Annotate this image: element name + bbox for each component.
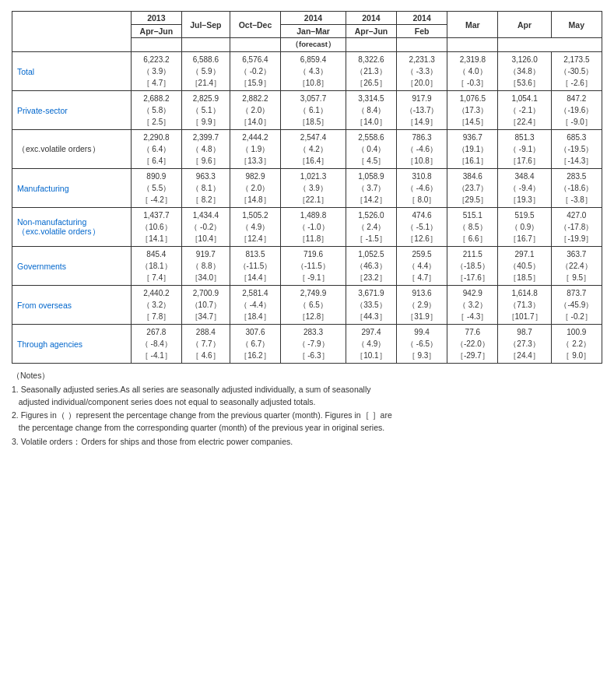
- data-cell-6-5: 913.6（ 2.9）［31.9］: [396, 286, 447, 325]
- note1: 1. Seasonally adjusted series.As all ser…: [12, 384, 602, 409]
- notes-header: （Notes）: [12, 370, 602, 382]
- header-empty: [12, 12, 132, 52]
- data-cell-6-6: 942.9（ 3.2）［ -4.3］: [447, 286, 498, 325]
- data-cell-1-3: 3,057.7（ 6.1）［18.5］: [281, 91, 346, 130]
- data-cell-3-7: 348.4（ -9.4）［19.3］: [498, 169, 551, 208]
- data-cell-2-8: 685.3（-19.5）［-14.3］: [551, 130, 602, 169]
- data-cell-0-7: 3,126.0（34.8）［53.6］: [498, 52, 551, 91]
- data-cell-3-8: 283.5（-18.6）［ -3.8］: [551, 169, 602, 208]
- row-label-2: （exc.volatile orders）: [12, 130, 132, 169]
- data-cell-7-5: 99.4（ -6.5）［ 9.3］: [396, 325, 447, 364]
- data-cell-5-7: 297.1（40.5）［18.5］: [498, 247, 551, 286]
- data-cell-0-8: 2,173.5（-30.5）［ -2.6］: [551, 52, 602, 91]
- data-cell-7-4: 297.4（ 4.9）［10.1］: [346, 325, 396, 364]
- data-cell-1-6: 1,076.5（17.3）［14.5］: [447, 91, 498, 130]
- header-empty6: [396, 38, 447, 52]
- header-jul-sep: Jul–Sep: [181, 12, 230, 38]
- header-empty7: [447, 38, 498, 52]
- data-cell-7-6: 77.6（-22.0）［-29.7］: [447, 325, 498, 364]
- data-cell-7-8: 100.9（ 2.2）［ 9.0］: [551, 325, 602, 364]
- data-cell-3-0: 890.9（ 5.5）［ -4.2］: [131, 169, 181, 208]
- header-empty2: [131, 38, 181, 52]
- data-cell-5-0: 845.4（18.1）［ 7.4］: [131, 247, 181, 286]
- data-cell-2-4: 2,558.6（ 0.4）［ 4.5］: [346, 130, 396, 169]
- data-cell-3-6: 384.6（23.7）［29.5］: [447, 169, 498, 208]
- header-empty5: [346, 38, 396, 52]
- data-cell-1-5: 917.9（-13.7）［14.9］: [396, 91, 447, 130]
- data-cell-5-6: 211.5（-18.5）［-17.6］: [447, 247, 498, 286]
- row-label-4: Non-manufacturing（exc.volatile orders）: [12, 208, 132, 247]
- data-cell-4-4: 1,526.0（ 2.4）［ -1.5］: [346, 208, 396, 247]
- header-empty3: [181, 38, 230, 52]
- data-cell-3-4: 1,058.9（ 3.7）［14.2］: [346, 169, 396, 208]
- data-cell-4-8: 427.0（-17.8）［-19.9］: [551, 208, 602, 247]
- data-cell-5-4: 1,052.5（46.3）［23.2］: [346, 247, 396, 286]
- header-feb: Feb: [396, 25, 447, 38]
- data-cell-1-4: 3,314.5（ 8.4）［14.0］: [346, 91, 396, 130]
- data-cell-4-5: 474.6（ -5.1）［12.6］: [396, 208, 447, 247]
- header-apr: Apr: [498, 12, 551, 38]
- data-cell-4-6: 515.1（ 8.5）［ 6.6］: [447, 208, 498, 247]
- data-cell-5-1: 919.7（ 8.8）［34.0］: [181, 247, 230, 286]
- header-mar: Mar: [447, 12, 498, 38]
- data-cell-0-2: 6,576.4（ -0.2）［15.9］: [230, 52, 280, 91]
- data-cell-1-0: 2,688.2（ 5.8）［ 2.5］: [131, 91, 181, 130]
- row-label-1: Private-sector: [12, 91, 132, 130]
- data-cell-3-5: 310.8（ -4.6）［ 8.0］: [396, 169, 447, 208]
- data-cell-2-1: 2,399.7（ 4.8）［ 9.6］: [181, 130, 230, 169]
- data-cell-6-0: 2,440.2（ 3.2）［ 7.8］: [131, 286, 181, 325]
- header-may: May: [551, 12, 602, 38]
- data-cell-6-4: 3,671.9（33.5）［44.3］: [346, 286, 396, 325]
- notes-section: （Notes） 1. Seasonally adjusted series.As…: [12, 370, 602, 448]
- data-cell-3-2: 982.9（ 2.0）［14.8］: [230, 169, 280, 208]
- data-cell-4-2: 1,505.2（ 4.9）［12.4］: [230, 208, 280, 247]
- data-cell-2-6: 936.7（19.1）［16.1］: [447, 130, 498, 169]
- data-cell-6-8: 873.7（-45.9）［ -0.2］: [551, 286, 602, 325]
- header-year-2014b: 2014: [346, 12, 396, 25]
- data-cell-0-3: 6,859.4（ 4.3）［10.8］: [281, 52, 346, 91]
- data-cell-2-5: 786.3（ -4.6）［10.8］: [396, 130, 447, 169]
- data-cell-5-3: 719.6（-11.5）［ -9.1］: [281, 247, 346, 286]
- data-cell-2-0: 2,290.8（ 6.4）［ 6.4］: [131, 130, 181, 169]
- note3: 3. Volatile orders：Orders for ships and …: [12, 436, 602, 448]
- header-oct-dec: Oct–Dec: [230, 12, 280, 38]
- data-cell-4-3: 1,489.8（ -1.0）［11.8］: [281, 208, 346, 247]
- data-cell-3-1: 963.3（ 8.1）［ 8.2］: [181, 169, 230, 208]
- main-table: 2013 Jul–Sep Oct–Dec 2014 2014 2014 Mar …: [12, 11, 602, 364]
- data-cell-6-7: 1,614.8（71.3）［101.7］: [498, 286, 551, 325]
- data-cell-7-1: 288.4（ 7.7）［ 4.6］: [181, 325, 230, 364]
- data-cell-6-3: 2,749.9（ 6.5）［12.8］: [281, 286, 346, 325]
- data-cell-0-4: 8,322.6（21.3）［26.5］: [346, 52, 396, 91]
- data-cell-7-7: 98.7（27.3）［24.4］: [498, 325, 551, 364]
- data-cell-6-1: 2,700.9（10.7）［34.7］: [181, 286, 230, 325]
- data-cell-6-2: 2,581.4（ -4.4）［18.4］: [230, 286, 280, 325]
- header-year-2014a: 2014: [281, 12, 346, 25]
- data-cell-1-7: 1,054.1（ -2.1）［22.4］: [498, 91, 551, 130]
- header-year-2013: 2013: [131, 12, 181, 25]
- data-cell-2-3: 2,547.4（ 4.2）［16.4］: [281, 130, 346, 169]
- data-cell-1-8: 847.2（-19.6）［ -9.0］: [551, 91, 602, 130]
- header-year-2014c: 2014: [396, 12, 447, 25]
- header-forecast: （forecast）: [281, 38, 346, 52]
- data-cell-3-3: 1,021.3（ 3.9）［22.1］: [281, 169, 346, 208]
- data-cell-5-8: 363.7（22.4）［ 9.5］: [551, 247, 602, 286]
- data-cell-7-2: 307.6（ 6.7）［16.2］: [230, 325, 280, 364]
- row-label-6: From overseas: [12, 286, 132, 325]
- data-cell-7-0: 267.8（ -8.4）［ -4.1］: [131, 325, 181, 364]
- data-cell-2-7: 851.3（ -9.1）［17.6］: [498, 130, 551, 169]
- row-label-0: Total: [12, 52, 132, 91]
- note2: 2. Figures in（ ）represent the percentage…: [12, 410, 602, 434]
- data-cell-7-3: 283.3（ -7.9）［ -6.3］: [281, 325, 346, 364]
- data-cell-1-1: 2,825.9（ 5.1）［ 9.9］: [181, 91, 230, 130]
- header-apr-jun: Apr–Jun: [131, 25, 181, 38]
- row-label-3: Manufacturing: [12, 169, 132, 208]
- data-cell-1-2: 2,882.2（ 2.0）［14.0］: [230, 91, 280, 130]
- data-cell-4-0: 1,437.7（10.6）［14.1］: [131, 208, 181, 247]
- data-cell-2-2: 2,444.2（ 1.9）［13.3］: [230, 130, 280, 169]
- header-jan-mar: Jan–Mar: [281, 25, 346, 38]
- data-cell-4-1: 1,434.4（ -0.2）［10.4］: [181, 208, 230, 247]
- data-cell-5-5: 259.5（ 4.4）［ 4.7］: [396, 247, 447, 286]
- data-cell-0-6: 2,319.8（ 4.0）［ -0.3］: [447, 52, 498, 91]
- row-label-7: Through agencies: [12, 325, 132, 364]
- header-apr-jun-2014: Apr–Jun: [346, 25, 396, 38]
